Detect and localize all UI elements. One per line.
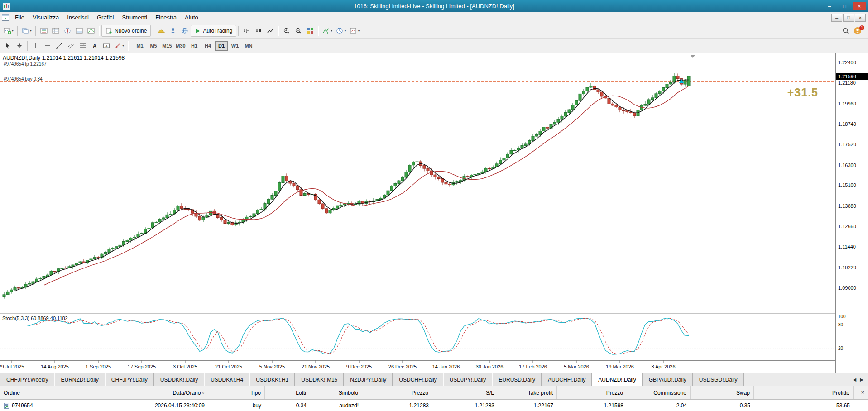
timeframe-m15[interactable]: M15 [161, 41, 173, 51]
chart-tab-audnzddaily[interactable]: AUDNZD!,Daily [592, 373, 642, 386]
chart-tab-eurnzddaily[interactable]: EURNZD!,Daily [54, 373, 105, 386]
autotrading-button[interactable]: AutoTrading [191, 25, 236, 37]
indicators-button[interactable]: ▾ [321, 25, 334, 37]
chart-tab-usddkkm15[interactable]: USDDKK!,M15 [295, 373, 344, 386]
col-header-prezzo[interactable]: Prezzo [557, 386, 627, 399]
text-label-button[interactable]: A [101, 40, 112, 51]
timeframe-m1[interactable]: M1 [134, 41, 146, 51]
chart-canvas[interactable]: #9749654 tp 1.22167#9749654 buy 0.3429 J… [0, 53, 835, 373]
chart-tab-chfjpydaily[interactable]: CHFJPY!,Daily [105, 373, 154, 386]
tile-windows-button[interactable] [304, 25, 316, 37]
timeframe-m5[interactable]: M5 [147, 41, 160, 51]
zoom-in-button[interactable] [281, 25, 293, 37]
line-chart-button[interactable] [264, 25, 276, 37]
chart-tab-chfjpyweekly[interactable]: CHFJPY!,Weekly [0, 373, 54, 386]
col-header-commissione[interactable]: Commissione [627, 386, 691, 399]
order-cell-swap: -0.35 [691, 400, 754, 411]
periods-button[interactable]: ▾ [334, 25, 348, 37]
chart-tab-usddkkdaily[interactable]: USDDKK!,Daily [154, 373, 204, 386]
timeframe-m30[interactable]: M30 [174, 41, 187, 51]
price-scale[interactable]: 1.224001.211801.199601.187401.175201.163… [835, 53, 868, 373]
timeframe-w1[interactable]: W1 [229, 41, 241, 51]
col-header-sl[interactable]: S/L [432, 386, 498, 399]
chart-close-button[interactable]: × [855, 14, 866, 22]
chart-tab-usdjpydaily[interactable]: USDJPY!,Daily [443, 373, 493, 386]
community-button[interactable] [179, 25, 191, 37]
arrows-button[interactable]: ▾ [112, 40, 126, 51]
col-header-ordine[interactable]: Ordine [0, 386, 113, 399]
menu-strumenti[interactable]: Strumenti [118, 13, 152, 22]
close-button[interactable]: × [853, 2, 866, 10]
col-header-swap[interactable]: Swap [691, 386, 754, 399]
col-header-simbolo[interactable]: Simbolo [310, 386, 362, 399]
col-header-profitto[interactable]: Profitto [754, 386, 854, 399]
timeframe-h1[interactable]: H1 [188, 41, 201, 51]
time-axis[interactable]: 29 Jul 202514 Aug 20251 Sep 202517 Sep 2… [0, 360, 676, 369]
col-header-tipo[interactable]: Tipo [208, 386, 265, 399]
col-header-dataorario[interactable]: Data/Orario▿ [113, 386, 208, 399]
candlestick-chart-button[interactable] [253, 25, 264, 37]
chart-tab-usddkkh4[interactable]: USDDKK!,H4 [204, 373, 249, 386]
menu-visualizza[interactable]: Visualizza [29, 13, 63, 22]
chart-area[interactable]: #9749654 tp 1.22167#9749654 buy 0.3429 J… [0, 53, 835, 373]
minimize-button[interactable]: – [823, 2, 836, 10]
chart-tab-audchfdaily[interactable]: AUDCHF!,Daily [542, 373, 592, 386]
vertical-line-button[interactable] [30, 40, 42, 51]
search-button[interactable] [840, 25, 852, 37]
chart-shift-marker-icon[interactable] [690, 55, 695, 58]
new-chart-button[interactable]: ▾ [2, 25, 15, 37]
chart-tab-usdchfdaily[interactable]: USDCHF!,Daily [393, 373, 443, 386]
chart-tab-gbpauddaily[interactable]: GBPAUD!,Daily [643, 373, 693, 386]
restore-button[interactable]: □ [838, 2, 851, 10]
col-header-lotti[interactable]: Lotti [265, 386, 310, 399]
cursor-button[interactable] [2, 40, 14, 51]
tabs-scroll-left-icon[interactable]: ◀ [853, 377, 857, 382]
tabs-scroll-right-icon[interactable]: ▶ [860, 377, 863, 382]
window-controls: – □ × [823, 2, 866, 10]
chart-restore-button[interactable]: □ [843, 14, 854, 22]
col-header-prezzo[interactable]: Prezzo [362, 386, 432, 399]
menu-inserisci[interactable]: Inserisci [63, 13, 93, 22]
timeframe-h4[interactable]: H4 [201, 41, 214, 51]
menu-aiuto[interactable]: Aiuto [181, 13, 202, 22]
trendline-button[interactable] [53, 40, 65, 51]
chart-tab-usddkkh1[interactable]: USDDKK!,H1 [249, 373, 295, 386]
chart-tab-eurusddaily[interactable]: EURUSD,Daily [492, 373, 542, 386]
profiles-button[interactable]: ▾ [20, 25, 34, 37]
order-row[interactable]: 97496542026.04.15 23:40:09buy0.34audnzd!… [0, 400, 868, 411]
order-cell-prezzo: 1.21283 [362, 400, 432, 411]
bar-chart-button[interactable] [241, 25, 253, 37]
terminal-close-icon[interactable]: × [861, 389, 864, 395]
data-window-button[interactable] [50, 25, 62, 37]
new-order-button[interactable]: Nuovo ordine [101, 25, 151, 37]
strategy-tester-button[interactable] [85, 25, 97, 37]
price-axis-label: 1.22400 [838, 60, 856, 65]
channel-button[interactable] [65, 40, 77, 51]
chart-tab-usdsgddaily[interactable]: USDSGD!,Daily [693, 373, 744, 386]
horizontal-line-button[interactable] [42, 40, 53, 51]
chart-tab-nzdjpydaily[interactable]: NZDJPY!,Daily [344, 373, 393, 386]
metaquotes-id-button[interactable] [167, 25, 179, 37]
expert-advisors-button[interactable] [155, 25, 167, 37]
text-button[interactable]: A [89, 40, 101, 51]
zoom-out-button[interactable] [293, 25, 304, 37]
terminal-button[interactable] [73, 25, 85, 37]
menu-file[interactable]: File [11, 13, 29, 22]
order-open-line[interactable]: #9749654 buy 0.34 [0, 76, 835, 82]
menu-finestra[interactable]: Finestra [151, 13, 181, 22]
crosshair-button[interactable] [14, 40, 25, 51]
chart-minimize-button[interactable]: – [831, 14, 842, 22]
timeframe-mn[interactable]: MN [242, 41, 255, 51]
title-bar[interactable]: 1016: SkillingLimited-Live - Skilling Li… [0, 0, 868, 12]
menu-grafici[interactable]: Grafici [93, 13, 118, 22]
community-avatar[interactable]: 1 [852, 25, 863, 37]
fibonacci-button[interactable] [77, 40, 89, 51]
col-header-takeprofit[interactable]: Take profit [498, 386, 557, 399]
navigator-button[interactable] [62, 25, 73, 37]
timeframe-d1[interactable]: D1 [215, 41, 228, 51]
order-tp-line[interactable]: #9749654 tp 1.22167 [0, 62, 835, 67]
price-axis-label: 1.17520 [838, 142, 856, 147]
market-watch-button[interactable] [38, 25, 50, 37]
templates-button[interactable]: ▾ [348, 25, 361, 37]
terminal-menu-icon[interactable]: ≡ [861, 402, 865, 408]
